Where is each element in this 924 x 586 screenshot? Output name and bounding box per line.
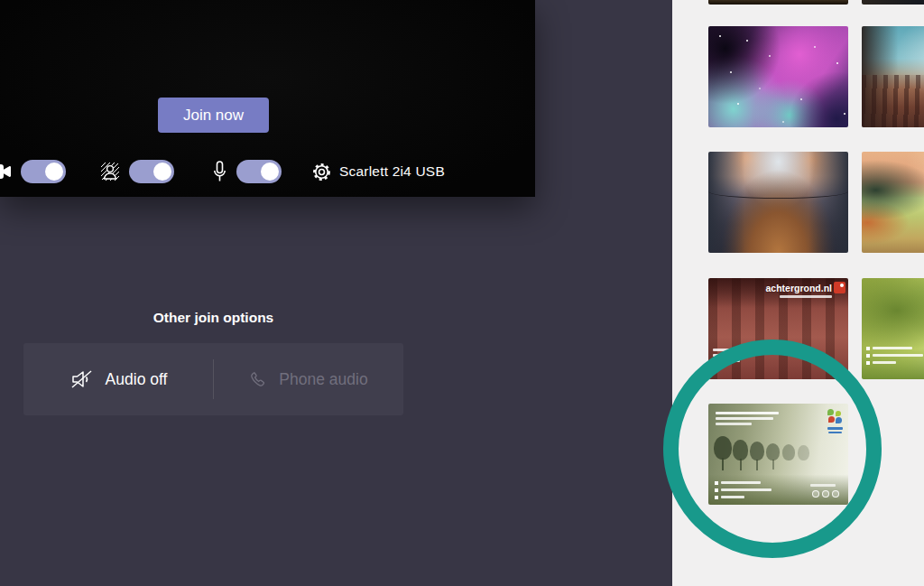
hanging-wire	[708, 184, 848, 199]
audio-device-label[interactable]: Scarlett 2i4 USB	[339, 163, 445, 180]
text-line-placeholder	[713, 354, 751, 357]
thumbnail-autumn-street[interactable]	[708, 152, 848, 253]
camera-toggle[interactable]	[21, 160, 66, 183]
thumbnail-illustrated-meadow[interactable]	[862, 152, 924, 253]
contact-bullet	[866, 347, 870, 350]
phone-audio-label: Phone audio	[279, 370, 367, 389]
tree-silhouette	[766, 443, 780, 460]
pre-join-screen: Join now	[0, 0, 924, 586]
logo-text-placeholder	[827, 427, 843, 430]
thumbnail-dark-scene[interactable]	[862, 0, 924, 5]
camera-icon	[0, 164, 12, 179]
text-line-placeholder	[713, 349, 745, 351]
device-toolbar: Scarlett 2i4 USB	[0, 0, 535, 197]
achtergrond-logo	[834, 282, 845, 293]
microphone-icon	[213, 161, 226, 183]
contact-bullet	[866, 354, 870, 358]
contact-bullet	[715, 488, 718, 492]
thumbnail-achtergrond-office[interactable]: achtergrond.nl	[708, 278, 848, 379]
rock-spires	[862, 75, 924, 127]
text-line-placeholder	[713, 359, 740, 362]
company-logo	[827, 409, 834, 415]
background-effects-icon	[100, 162, 120, 181]
thumbnail-galaxy-nebula[interactable]	[708, 26, 848, 127]
thumbnail-green-park[interactable]	[862, 278, 924, 379]
text-line-placeholder	[721, 481, 761, 484]
background-effects-toggle[interactable]	[129, 160, 174, 183]
company-logo	[836, 411, 841, 416]
text-line-placeholder	[721, 488, 772, 491]
speaker-off-icon	[69, 369, 95, 389]
thumbnail-foggy-park-selected[interactable]	[708, 404, 848, 505]
star-specks	[708, 26, 848, 127]
tree-silhouette	[733, 440, 748, 460]
text-line-placeholder	[716, 423, 752, 425]
other-join-options-heading: Other join options	[23, 310, 403, 326]
text-line-placeholder	[716, 412, 779, 414]
tree-trunk	[772, 460, 774, 470]
contact-bullet	[715, 481, 718, 485]
thumbnail-teal-canyon[interactable]	[862, 26, 924, 127]
tree-trunk	[740, 459, 742, 470]
text-line-placeholder	[716, 417, 773, 420]
company-logo	[828, 416, 835, 423]
other-join-options-panel: Audio off Phone audio	[23, 343, 403, 415]
text-line-placeholder	[873, 361, 896, 364]
phone-icon	[249, 370, 268, 389]
social-icon	[812, 490, 819, 498]
tree-silhouette	[782, 444, 795, 460]
tree-silhouette	[714, 436, 732, 460]
company-logo	[836, 417, 842, 423]
tree-silhouette	[750, 442, 764, 460]
social-icon	[832, 490, 839, 498]
audio-off-button[interactable]: Audio off	[23, 369, 213, 389]
gear-icon[interactable]	[311, 162, 332, 182]
logo-text-placeholder	[828, 432, 842, 433]
text-line-placeholder	[873, 347, 912, 349]
background-gallery-sidebar: achtergrond.nl	[672, 0, 924, 586]
audio-off-label: Audio off	[106, 370, 168, 389]
text-line-placeholder	[873, 354, 923, 357]
social-icon	[822, 490, 829, 498]
text-line-placeholder	[721, 496, 744, 498]
video-preview: Join now	[0, 0, 535, 197]
tree-trunk	[756, 460, 758, 470]
thumbnail-dawn-horizon[interactable]	[708, 0, 848, 5]
tree-trunk	[722, 458, 724, 470]
contact-bullet	[866, 361, 870, 365]
tagline-placeholder	[780, 295, 832, 298]
tree-silhouette	[798, 445, 809, 460]
microphone-toggle[interactable]	[236, 160, 282, 183]
achtergrond-brand-label: achtergrond.nl	[765, 283, 832, 293]
follow-us-placeholder	[810, 484, 836, 487]
contact-bullet	[715, 496, 718, 499]
phone-audio-button[interactable]: Phone audio	[214, 370, 403, 389]
